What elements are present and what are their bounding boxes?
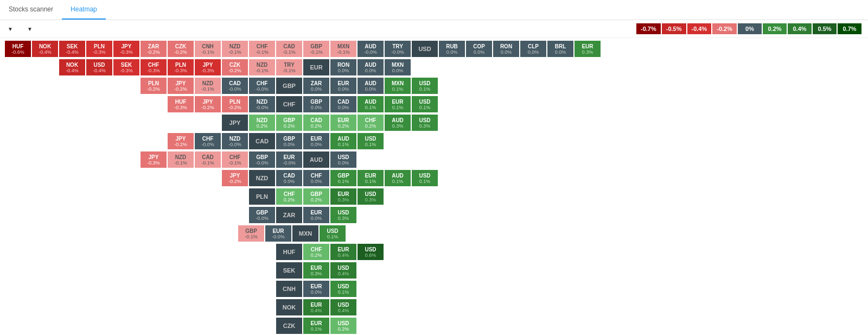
cell[interactable]: COP0.0% xyxy=(466,41,492,57)
cell[interactable]: GBP-0.0% xyxy=(249,151,275,168)
cell[interactable]: CHF0.2% xyxy=(303,244,329,260)
market-selector[interactable]: ▼ xyxy=(7,26,13,32)
cell[interactable]: AUD0.3% xyxy=(385,115,411,131)
cell[interactable]: EUR0.1% xyxy=(385,96,411,112)
cell[interactable]: NZD-0.1% xyxy=(195,78,221,94)
cell[interactable]: JPY-0.2% xyxy=(222,170,248,186)
cell[interactable]: NOK-0.4% xyxy=(59,59,85,75)
cell[interactable]: EUR0.1% xyxy=(303,318,329,334)
market-chevron-icon[interactable]: ▼ xyxy=(8,26,13,32)
cell[interactable]: EUR-0.0% xyxy=(276,151,302,168)
cell[interactable]: JPY-0.2% xyxy=(168,78,194,94)
cell[interactable]: EUR0.3% xyxy=(330,188,356,205)
cell[interactable]: CAD-0.1% xyxy=(195,151,221,168)
cell[interactable]: USD0.3% xyxy=(330,207,356,223)
cell[interactable]: NZD-0.1% xyxy=(249,59,275,75)
cell[interactable]: CHF0.0% xyxy=(303,170,329,186)
cell[interactable]: CAD-0.1% xyxy=(276,41,302,57)
cell[interactable]: EUR0.3% xyxy=(303,262,329,279)
cell[interactable]: EUR0.4% xyxy=(330,244,356,260)
cell[interactable]: MXN0.0% xyxy=(385,59,411,75)
cell[interactable]: GBP0.1% xyxy=(330,170,356,186)
cell[interactable]: CZK-0.2% xyxy=(222,59,248,75)
cell[interactable]: CAD0.0% xyxy=(330,96,356,112)
cell[interactable]: USD0.1% xyxy=(412,78,438,94)
cell[interactable]: CHF-0.0% xyxy=(249,78,275,94)
cell[interactable]: RON0.0% xyxy=(330,59,356,75)
cell[interactable]: GBP-0.0% xyxy=(249,207,275,223)
cell[interactable]: USD-0.4% xyxy=(86,59,112,75)
cell[interactable]: EUR0.2% xyxy=(330,115,356,131)
cell[interactable]: AUD0.0% xyxy=(358,59,384,75)
cell[interactable]: AUD0.1% xyxy=(330,133,356,149)
cell[interactable]: PLN-0.2% xyxy=(141,78,167,94)
cell[interactable]: NOK-0.4% xyxy=(32,41,58,57)
cell[interactable]: EUR-0.0% xyxy=(265,225,291,242)
cell[interactable]: CAD0.0% xyxy=(276,170,302,186)
cell[interactable]: RON0.0% xyxy=(493,41,519,57)
cell[interactable]: MXN-0.1% xyxy=(330,41,356,57)
cell[interactable]: GBP-0.1% xyxy=(303,41,329,57)
cell[interactable]: USD0.0% xyxy=(330,151,356,168)
cell[interactable]: GBP0.2% xyxy=(276,115,302,131)
cell[interactable]: PLN-0.3% xyxy=(86,41,112,57)
cell[interactable]: SEK-0.4% xyxy=(59,41,85,57)
cell[interactable]: AUD-0.0% xyxy=(358,41,384,57)
cell[interactable]: USD0.2% xyxy=(330,318,356,334)
cell[interactable]: SEK-0.3% xyxy=(113,59,139,75)
cell[interactable]: TRY-0.1% xyxy=(276,59,302,75)
cell[interactable]: TRY-0.0% xyxy=(385,41,411,57)
period-chevron-icon[interactable]: ▼ xyxy=(27,26,33,32)
cell[interactable]: RUB0.0% xyxy=(439,41,465,57)
cell[interactable]: CHF-0.1% xyxy=(249,41,275,57)
cell[interactable]: USD0.1% xyxy=(320,225,346,242)
cell[interactable]: NZD-0.1% xyxy=(222,41,248,57)
tab-heatmap[interactable]: Heatmap xyxy=(62,0,106,20)
cell[interactable]: CHF0.2% xyxy=(276,188,302,205)
cell[interactable]: GBP-0.1% xyxy=(238,225,264,242)
cell[interactable]: USD0.1% xyxy=(330,281,356,297)
cell[interactable]: CHF-0.1% xyxy=(222,151,248,168)
cell[interactable]: HUF-0.6% xyxy=(5,41,31,57)
cell[interactable]: NZD-0.0% xyxy=(222,133,248,149)
cell[interactable]: EUR0.0% xyxy=(303,133,329,149)
cell[interactable]: CHF-0.3% xyxy=(141,59,167,75)
cell[interactable]: NZD-0.0% xyxy=(249,96,275,112)
cell[interactable]: EUR0.0% xyxy=(330,78,356,94)
cell[interactable]: CHF-0.0% xyxy=(195,133,221,149)
cell[interactable]: MXN0.1% xyxy=(385,78,411,94)
cell[interactable]: BRL0.0% xyxy=(547,41,573,57)
cell[interactable]: JPY-0.3% xyxy=(195,59,221,75)
cell[interactable]: CAD0.2% xyxy=(303,115,329,131)
cell[interactable]: USD0.3% xyxy=(358,188,384,205)
cell[interactable]: JPY-0.2% xyxy=(168,133,194,149)
cell[interactable]: HUF-0.3% xyxy=(168,96,194,112)
cell[interactable]: NZD-0.1% xyxy=(168,151,194,168)
period-selector[interactable]: ▼ xyxy=(26,26,33,32)
cell[interactable]: USD0.6% xyxy=(358,244,384,260)
tab-stocks-scanner[interactable]: Stocks scanner xyxy=(0,0,62,20)
cell[interactable]: EUR0.4% xyxy=(303,299,329,315)
cell[interactable]: GBP0.2% xyxy=(303,188,329,205)
cell[interactable]: NZD0.2% xyxy=(249,115,275,131)
cell[interactable]: USD0.4% xyxy=(330,262,356,279)
cell[interactable]: USD0.3% xyxy=(412,115,438,131)
cell[interactable]: GBP0.0% xyxy=(276,133,302,149)
cell[interactable]: USD0.1% xyxy=(412,96,438,112)
cell[interactable]: GBP0.0% xyxy=(303,96,329,112)
cell[interactable]: AUD0.0% xyxy=(358,78,384,94)
cell[interactable]: PLN-0.2% xyxy=(222,96,248,112)
cell[interactable]: JPY-0.2% xyxy=(195,96,221,112)
cell[interactable]: USD0.4% xyxy=(330,299,356,315)
cell[interactable]: JPY-0.3% xyxy=(113,41,139,57)
cell[interactable]: EUR0.1% xyxy=(358,170,384,186)
cell[interactable]: AUD0.1% xyxy=(385,170,411,186)
cell[interactable]: USD0.1% xyxy=(358,133,384,149)
cell[interactable]: PLN-0.3% xyxy=(168,59,194,75)
cell[interactable]: ZAR-0.2% xyxy=(141,41,167,57)
cell[interactable]: CZK-0.2% xyxy=(168,41,194,57)
cell[interactable]: EUR0.0% xyxy=(303,281,329,297)
cell[interactable]: EUR0.0% xyxy=(303,207,329,223)
cell[interactable]: EUR0.3% xyxy=(575,41,601,57)
cell[interactable]: ZAR0.0% xyxy=(303,78,329,94)
